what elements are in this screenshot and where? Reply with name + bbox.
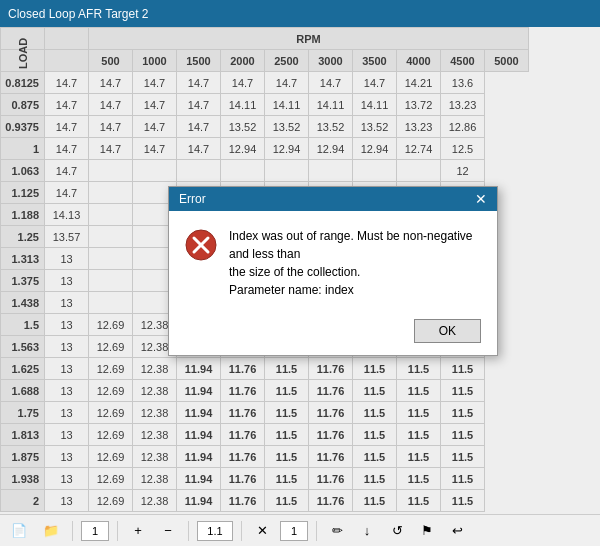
dialog-message-line3: Parameter name: index [229,283,354,297]
toolbar-open-icon[interactable]: 📁 [38,519,64,543]
toolbar-sep-3 [188,521,189,541]
main-container: RPM LOAD 500 1000 1500 2000 2500 3000 35… [0,27,600,514]
dialog-body: Index was out of range. Must be non-nega… [169,211,497,311]
window-title: Closed Loop AFR Target 2 [8,7,149,21]
toolbar-refresh-button[interactable]: ↺ [385,519,409,543]
ok-button[interactable]: OK [414,319,481,343]
toolbar-cross-value-input[interactable] [280,521,308,541]
toolbar-flag-button[interactable]: ⚑ [415,519,439,543]
toolbar-cross-button[interactable]: ✕ [250,519,274,543]
toolbar-down-arrow-button[interactable]: ↓ [355,519,379,543]
error-icon [185,229,217,261]
dialog-titlebar: Error ✕ [169,187,497,211]
toolbar-page-input[interactable] [81,521,109,541]
dialog-message-line1: Index was out of range. Must be non-nega… [229,229,473,261]
toolbar-zoom-input[interactable] [197,521,233,541]
dialog-close-button[interactable]: ✕ [475,192,487,206]
dialog-footer: OK [169,311,497,355]
toolbar-sep-4 [241,521,242,541]
toolbar-add-button[interactable]: + [126,519,150,543]
toolbar-sep-2 [117,521,118,541]
toolbar-minus-button[interactable]: − [156,519,180,543]
title-bar: Closed Loop AFR Target 2 [0,0,600,27]
dialog-message-line2: the size of the collection. [229,265,360,279]
dialog-message: Index was out of range. Must be non-nega… [229,227,481,299]
toolbar-undo-button[interactable]: ↩ [445,519,469,543]
toolbar-file-icon[interactable]: 📄 [6,519,32,543]
toolbar: 📄 📁 + − ✕ ✏ ↓ ↺ ⚑ ↩ [0,514,600,546]
toolbar-sep-5 [316,521,317,541]
toolbar-sep-1 [72,521,73,541]
dialog-title: Error [179,192,206,206]
error-dialog: Error ✕ Index was out of range. Must be … [168,186,498,356]
toolbar-pencil-button[interactable]: ✏ [325,519,349,543]
